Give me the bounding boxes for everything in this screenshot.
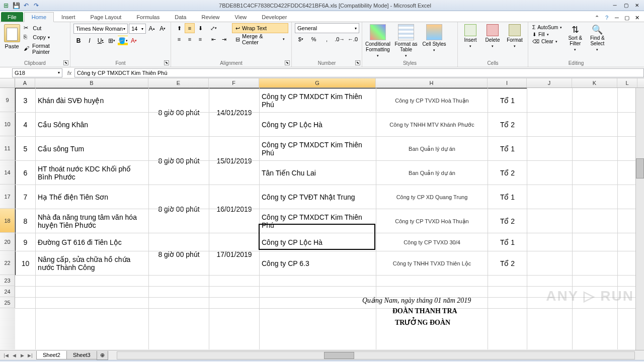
cells-area[interactable]: 3Khán đài SVĐ huyện8 giờ 00 phút14/01/20… bbox=[15, 88, 644, 349]
cell-b-8[interactable]: Nhà đa năng trung tâm văn hóa huyện Tiên… bbox=[36, 209, 149, 233]
cell-b-4[interactable]: Cầu Sông Khân bbox=[36, 113, 149, 137]
cell-b-10[interactable]: Nâng cấp, sửa chữa hồ chứa nước Thành Cô… bbox=[36, 251, 149, 276]
cell-i-9[interactable]: Tổ 1 bbox=[488, 233, 527, 251]
horizontal-scrollbar[interactable] bbox=[117, 351, 635, 359]
increase-indent-button[interactable]: ⇥ bbox=[219, 34, 229, 44]
tab-last-button[interactable]: ▶| bbox=[26, 351, 34, 359]
minimize-button[interactable]: ─ bbox=[610, 2, 620, 9]
cell-g-10[interactable]: Công ty CP 6.3 bbox=[260, 251, 376, 276]
border-button[interactable]: ⊞▾ bbox=[107, 36, 117, 46]
cell-i-7[interactable]: Tổ 1 bbox=[488, 185, 527, 209]
tab-home[interactable]: Home bbox=[24, 12, 54, 22]
sheet-tab-sheet2[interactable]: Sheet2 bbox=[36, 351, 67, 359]
col-header-e[interactable]: E bbox=[148, 78, 209, 87]
autosum-button[interactable]: ΣAutoSum▾ bbox=[531, 24, 563, 31]
cell-a-7[interactable]: 7 bbox=[16, 185, 36, 209]
clear-button[interactable]: ⌫Clear▾ bbox=[531, 38, 563, 45]
tab-data[interactable]: Data bbox=[167, 12, 194, 22]
doc-minimize-icon[interactable]: ─ bbox=[613, 14, 621, 22]
cell-f-9[interactable]: 17/01/2019 bbox=[209, 233, 260, 276]
cell-h-8[interactable]: Công ty CP TVXD Hoà Thuận bbox=[376, 209, 488, 233]
underline-button[interactable]: U▾ bbox=[96, 36, 106, 46]
close-button[interactable]: ✕ bbox=[632, 2, 642, 9]
row-header-23[interactable]: 23 bbox=[0, 275, 15, 286]
col-header-h[interactable]: H bbox=[376, 78, 488, 87]
cell-i-8[interactable]: Tổ 2 bbox=[488, 209, 527, 233]
cell-h-9[interactable]: Công ty CP TVXD 30/4 bbox=[376, 233, 488, 251]
wrap-text-button[interactable]: ↩Wrap Text bbox=[232, 23, 288, 33]
cell-b-7[interactable]: Hạ Thế điện Tiên Sơn bbox=[36, 185, 149, 209]
cell-a-3[interactable]: 3 bbox=[16, 88, 36, 113]
cell-h-5[interactable]: Ban Quản lý dự án bbox=[376, 137, 488, 161]
row-header-9[interactable]: 9 bbox=[0, 88, 15, 112]
doc-close-icon[interactable]: ✕ bbox=[633, 14, 641, 22]
tab-prev-button[interactable]: ◀ bbox=[10, 351, 18, 359]
row-header-17[interactable]: 17 bbox=[0, 185, 15, 209]
col-header-b[interactable]: B bbox=[35, 78, 148, 87]
cell-b-3[interactable]: Khán đài SVĐ huyện bbox=[36, 88, 149, 113]
select-all-corner[interactable] bbox=[0, 78, 15, 87]
cell-a-8[interactable]: 8 bbox=[16, 209, 36, 233]
cell-g-7[interactable]: Công ty CP TVĐT Nhật Trung bbox=[260, 185, 376, 209]
fx-button[interactable]: fx bbox=[64, 70, 74, 76]
cell-i-6[interactable]: Tổ 2 bbox=[488, 161, 527, 185]
col-header-a[interactable]: A bbox=[15, 78, 35, 87]
cell-g-4[interactable]: Công ty CP Lộc Hà bbox=[260, 113, 376, 137]
paste-button[interactable]: Paste bbox=[3, 23, 21, 58]
shrink-font-button[interactable]: A▾ bbox=[157, 24, 168, 34]
sheet-tab-sheet3[interactable]: Sheet3 bbox=[66, 351, 97, 359]
cell-h-4[interactable]: Công ty TNHH MTV Khánh Phước bbox=[376, 113, 488, 137]
cell-b-6[interactable]: HT thoát nước KDC Khối phố Bình Phước bbox=[36, 161, 149, 185]
font-dialog-launcher[interactable]: ⬊ bbox=[164, 60, 169, 65]
orientation-button[interactable]: ⤢▾ bbox=[208, 23, 218, 33]
tab-next-button[interactable]: ▶ bbox=[18, 351, 26, 359]
cell-i-5[interactable]: Tổ 1 bbox=[488, 137, 527, 161]
fill-color-button[interactable]: 🪣▾ bbox=[118, 36, 128, 46]
tab-page-layout[interactable]: Page Layout bbox=[83, 12, 129, 22]
format-cells-button[interactable]: Format▾ bbox=[505, 24, 524, 48]
save-icon[interactable]: 💾 bbox=[12, 2, 20, 10]
fill-button[interactable]: ⬇Fill▾ bbox=[531, 31, 563, 38]
cell-b-9[interactable]: Đường GT 616 đi Tiên Lộc bbox=[36, 233, 149, 251]
cut-button[interactable]: ✂Cut bbox=[23, 24, 67, 32]
row-header-11[interactable]: 11 bbox=[0, 136, 15, 160]
alignment-dialog-launcher[interactable]: ⬊ bbox=[285, 60, 290, 65]
col-header-f[interactable]: F bbox=[209, 78, 259, 87]
help-icon[interactable]: ? bbox=[603, 14, 611, 22]
h-scroll-thumb[interactable] bbox=[324, 352, 354, 359]
cell-i-10[interactable]: Tổ 2 bbox=[488, 251, 527, 276]
vertical-scrollbar[interactable] bbox=[635, 88, 644, 350]
name-box[interactable]: G18▾ bbox=[12, 68, 62, 77]
cell-h-3[interactable]: Công ty CP TVXD Hoà Thuận bbox=[376, 88, 488, 113]
sort-filter-button[interactable]: ⇅Sort & Filter▾ bbox=[565, 24, 585, 52]
tab-review[interactable]: Review bbox=[194, 12, 227, 22]
font-name-select[interactable]: Times New Roman▾ bbox=[73, 24, 128, 34]
cell-g-3[interactable]: Công ty CP TMXDCT Kim Thiên Phú bbox=[260, 88, 376, 113]
number-format-select[interactable]: General▾ bbox=[295, 23, 359, 33]
conditional-formatting-button[interactable]: Conditional Formatting▾ bbox=[365, 24, 390, 58]
v-scroll-thumb[interactable] bbox=[636, 158, 644, 178]
cell-b-5[interactable]: Cầu sông Tum bbox=[36, 137, 149, 161]
cell-e-9[interactable]: 8 giờ 00 phút bbox=[149, 233, 209, 276]
cell-g-8[interactable]: Công ty CP TMXDCT Kim Thiên Phú bbox=[260, 209, 376, 233]
cell-a-5[interactable]: 5 bbox=[16, 137, 36, 161]
align-right-button[interactable]: ≡ bbox=[195, 34, 205, 44]
grow-font-button[interactable]: A▴ bbox=[147, 24, 157, 34]
cell-g-6[interactable]: Tân Tiến Chu Lai bbox=[260, 161, 376, 185]
new-sheet-button[interactable]: ⊕ bbox=[97, 351, 108, 360]
cell-h-7[interactable]: Công ty CP XD Quang Trung bbox=[376, 185, 488, 209]
cell-g-5[interactable]: Công ty CP TMXDCT Kim Thiên Phú bbox=[260, 137, 376, 161]
align-bottom-button[interactable]: ⬇ bbox=[195, 23, 205, 33]
clipboard-dialog-launcher[interactable]: ⬊ bbox=[63, 60, 68, 65]
col-header-i[interactable]: I bbox=[488, 78, 527, 87]
col-header-j[interactable]: J bbox=[527, 78, 572, 87]
align-center-button[interactable]: ≡ bbox=[185, 34, 195, 44]
bold-button[interactable]: B bbox=[73, 36, 84, 46]
currency-button[interactable]: $▾ bbox=[295, 34, 307, 44]
maximize-button[interactable]: ▢ bbox=[621, 2, 631, 9]
cell-a-10[interactable]: 10 bbox=[16, 251, 36, 276]
format-painter-button[interactable]: 🖌Format Painter bbox=[23, 42, 67, 55]
decrease-indent-button[interactable]: ⇤ bbox=[208, 34, 218, 44]
cell-i-4[interactable]: Tổ 2 bbox=[488, 113, 527, 137]
row-header-20[interactable]: 20 bbox=[0, 233, 15, 251]
